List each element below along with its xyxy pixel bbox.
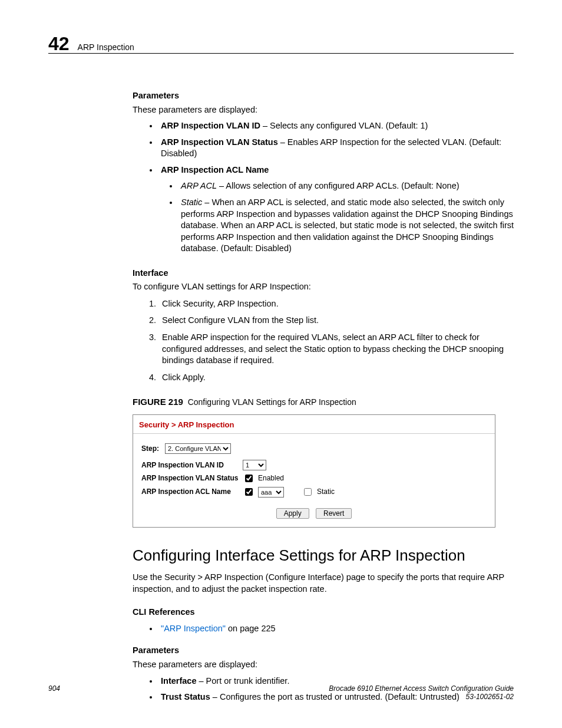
step-select[interactable]: 2. Configure VLAN: [165, 443, 231, 454]
param-desc: – Allows selection of any configured ARP…: [217, 181, 459, 190]
param-label: ARP Inspection ACL Name: [161, 165, 269, 174]
list-item: "ARP Inspection" on page 225: [158, 623, 514, 635]
figure-title: Configuring VLAN Settings for ARP Inspec…: [188, 397, 356, 407]
chapter-number: 42: [48, 34, 70, 53]
enabled-checkbox[interactable]: [245, 475, 253, 482]
list-item: ARP Inspection VLAN ID – Selects any con…: [158, 120, 514, 132]
vlan-status-label: ARP Inspection VLAN Status: [141, 473, 243, 483]
heading-cli-references: CLI References: [133, 607, 514, 618]
param-sublabel: Static: [181, 197, 202, 207]
section-intro: Use the Security > ARP Inspection (Confi…: [133, 572, 514, 595]
section-heading: Configuring Interface Settings for ARP I…: [133, 545, 514, 566]
static-checkbox[interactable]: [304, 488, 312, 496]
sub-list: ARP ACL – Allows selection of any config…: [161, 180, 514, 254]
vlan-id-select[interactable]: 1: [243, 460, 266, 470]
step-item: Click Security, ARP Inspection.: [158, 298, 514, 310]
page-content: Parameters These parameters are displaye…: [133, 80, 514, 703]
acl-name-select[interactable]: aaa: [258, 487, 284, 498]
chapter-title: ARP Inspection: [78, 42, 134, 52]
list-item: ARP Inspection VLAN Status – Enables ARP…: [158, 137, 514, 160]
figure-number: FIGURE 219: [133, 397, 183, 407]
enabled-checkbox-label: Enabled: [258, 473, 284, 483]
cli-list: "ARP Inspection" on page 225: [133, 623, 514, 635]
heading-parameters: Parameters: [133, 90, 514, 102]
interface-intro: To configure VLAN settings for ARP Inspe…: [133, 281, 514, 293]
header-rule: [48, 53, 514, 54]
parameters-intro-2: These parameters are displayed:: [133, 659, 514, 671]
acl-enable-checkbox[interactable]: [245, 488, 253, 496]
footer-book-title: Brocade 6910 Ethernet Access Switch Conf…: [329, 684, 514, 693]
step-item: Select Configure VLAN from the Step list…: [158, 315, 514, 327]
step-item: Enable ARP inspection for the required V…: [158, 332, 514, 367]
param-label: ARP Inspection VLAN Status: [161, 137, 278, 147]
page-footer: 904 Brocade 6910 Ethernet Access Switch …: [48, 684, 514, 701]
vlan-id-label: ARP Inspection VLAN ID: [141, 460, 243, 470]
figure-screenshot: Security > ARP Inspection Step: 2. Confi…: [133, 414, 495, 528]
list-item: ARP Inspection ACL Name ARP ACL – Allows…: [158, 164, 514, 255]
acl-name-label: ARP Inspection ACL Name: [141, 487, 243, 496]
footer-doc-number: 53-1002651-02: [329, 693, 514, 701]
param-desc: – Selects any configured VLAN. (Default:…: [260, 121, 428, 130]
revert-button[interactable]: Revert: [316, 508, 352, 519]
list-item: Static – When an ARP ACL is selected, an…: [178, 197, 514, 255]
parameters-list: ARP Inspection VLAN ID – Selects any con…: [133, 120, 514, 255]
breadcrumb: Security > ARP Inspection: [133, 415, 495, 434]
param-sublabel: ARP ACL: [181, 181, 217, 190]
page-number: 904: [48, 684, 60, 693]
parameters-intro: These parameters are displayed:: [133, 104, 514, 116]
heading-parameters-2: Parameters: [133, 645, 514, 657]
cli-reference-link[interactable]: "ARP Inspection": [161, 624, 226, 633]
apply-button[interactable]: Apply: [276, 508, 309, 519]
steps-list: Click Security, ARP Inspection. Select C…: [133, 298, 514, 383]
running-header: 42 ARP Inspection: [48, 34, 134, 53]
figure-caption: FIGURE 219 Configuring VLAN Settings for…: [133, 396, 514, 408]
list-item: ARP ACL – Allows selection of any config…: [178, 180, 514, 192]
cli-reference-tail: on page 225: [226, 624, 276, 633]
param-label: ARP Inspection VLAN ID: [161, 121, 260, 130]
param-desc: – When an ARP ACL is selected, and stati…: [181, 197, 514, 253]
heading-interface: Interface: [133, 268, 514, 279]
static-checkbox-label: Static: [317, 487, 335, 496]
step-item: Click Apply.: [158, 372, 514, 384]
step-label: Step:: [141, 444, 165, 453]
